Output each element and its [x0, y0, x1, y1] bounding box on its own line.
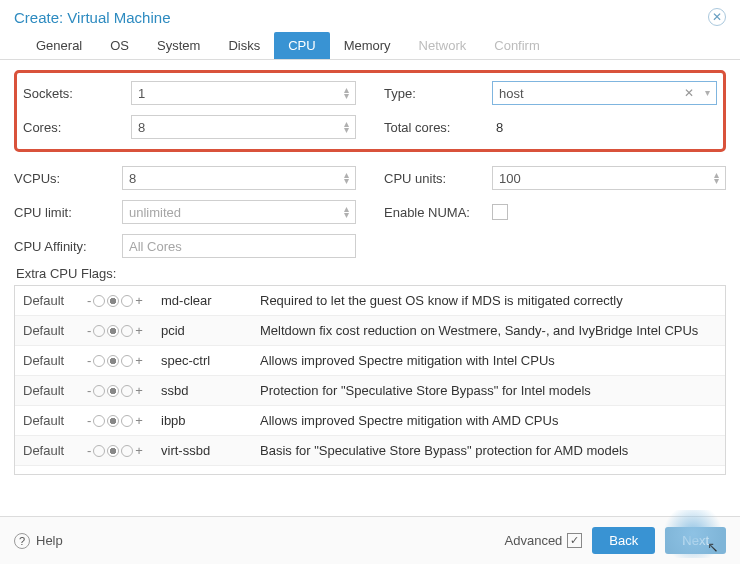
total-cores-value: 8	[492, 120, 503, 135]
tab-disks[interactable]: Disks	[214, 32, 274, 59]
label-enable-numa: Enable NUMA:	[384, 205, 492, 220]
flag-row: Default- +spec-ctrlAllows improved Spect…	[15, 346, 725, 376]
flags-table: Default- +md-clearRequired to let the gu…	[14, 285, 726, 475]
stepper-icon[interactable]: ▴▾	[344, 206, 349, 218]
advanced-checkbox[interactable]: ✓	[567, 533, 582, 548]
flag-row: Default- +virt-ssbdBasis for "Speculativ…	[15, 436, 725, 466]
cores-input[interactable]: 8 ▴▾	[131, 115, 356, 139]
next-button[interactable]: Next ↖	[665, 527, 726, 554]
help-button[interactable]: ? Help	[14, 533, 63, 549]
tab-cpu[interactable]: CPU	[274, 32, 329, 59]
label-cpu-affinity: CPU Affinity:	[14, 239, 122, 254]
stepper-icon[interactable]: ▴▾	[344, 121, 349, 133]
radio-on-icon[interactable]	[121, 385, 133, 397]
flag-row: Default- +pcidMeltdown fix cost reductio…	[15, 316, 725, 346]
flags-scroll[interactable]: Default- +md-clearRequired to let the gu…	[15, 286, 725, 474]
flag-name: spec-ctrl	[161, 353, 256, 368]
flag-state: Default	[23, 293, 83, 308]
tab-system[interactable]: System	[143, 32, 214, 59]
flag-state: Default	[23, 353, 83, 368]
flag-desc: Required to let the guest OS know if MDS…	[260, 293, 717, 308]
flag-toggle[interactable]: - +	[87, 413, 157, 428]
flag-toggle[interactable]: - +	[87, 353, 157, 368]
radio-default-icon[interactable]	[107, 295, 119, 307]
field-cpu-limit: CPU limit: unlimited ▴▾	[14, 200, 356, 224]
numa-checkbox[interactable]	[492, 204, 508, 220]
flag-state: Default	[23, 383, 83, 398]
stepper-icon[interactable]: ▴▾	[344, 87, 349, 99]
radio-off-icon[interactable]	[93, 325, 105, 337]
type-select[interactable]: host ✕ ▾	[492, 81, 717, 105]
dialog-window: Create: Virtual Machine ✕ General OS Sys…	[0, 0, 740, 564]
flag-toggle[interactable]: - +	[87, 293, 157, 308]
cpu-units-input[interactable]: 100 ▴▾	[492, 166, 726, 190]
flag-state: Default	[23, 413, 83, 428]
tab-memory[interactable]: Memory	[330, 32, 405, 59]
flag-name: virt-ssbd	[161, 443, 256, 458]
flag-name: ssbd	[161, 383, 256, 398]
flags-heading: Extra CPU Flags:	[16, 266, 726, 281]
footer: ? Help Advanced ✓ Back Next ↖	[0, 516, 740, 564]
chevron-down-icon[interactable]: ▾	[705, 90, 710, 96]
clear-icon[interactable]: ✕	[684, 86, 694, 100]
radio-off-icon[interactable]	[93, 445, 105, 457]
radio-off-icon[interactable]	[93, 415, 105, 427]
help-icon: ?	[14, 533, 30, 549]
flag-toggle[interactable]: - +	[87, 323, 157, 338]
back-button[interactable]: Back	[592, 527, 655, 554]
flag-desc: Meltdown fix cost reduction on Westmere,…	[260, 323, 717, 338]
stepper-icon[interactable]: ▴▾	[714, 172, 719, 184]
highlight-box: Sockets: 1 ▴▾ Type: host ✕ ▾ Cores:	[14, 70, 726, 152]
label-sockets: Sockets:	[23, 86, 131, 101]
flag-toggle[interactable]: - +	[87, 443, 157, 458]
flag-desc: Allows improved Spectre mitigation with …	[260, 413, 717, 428]
flag-row: Default- +ibpbAllows improved Spectre mi…	[15, 406, 725, 436]
label-cpu-limit: CPU limit:	[14, 205, 122, 220]
cursor-icon: ↖	[707, 539, 719, 555]
radio-off-icon[interactable]	[93, 385, 105, 397]
tab-confirm: Confirm	[480, 32, 554, 59]
tab-general[interactable]: General	[22, 32, 96, 59]
flag-state: Default	[23, 443, 83, 458]
radio-default-icon[interactable]	[107, 445, 119, 457]
tab-os[interactable]: OS	[96, 32, 143, 59]
tab-bar: General OS System Disks CPU Memory Netwo…	[0, 32, 740, 60]
flag-desc: Basis for "Speculative Store Bypass" pro…	[260, 443, 717, 458]
flag-name: ibpb	[161, 413, 256, 428]
radio-on-icon[interactable]	[121, 445, 133, 457]
label-total-cores: Total cores:	[384, 120, 492, 135]
flag-toggle[interactable]: - +	[87, 383, 157, 398]
radio-off-icon[interactable]	[93, 295, 105, 307]
radio-default-icon[interactable]	[107, 385, 119, 397]
field-total-cores: Total cores: 8	[384, 115, 717, 139]
cpu-affinity-input[interactable]: All Cores	[122, 234, 356, 258]
field-type: Type: host ✕ ▾	[384, 81, 717, 105]
field-vcpus: VCPUs: 8 ▴▾	[14, 166, 356, 190]
titlebar: Create: Virtual Machine ✕	[0, 0, 740, 32]
radio-on-icon[interactable]	[121, 415, 133, 427]
radio-default-icon[interactable]	[107, 415, 119, 427]
field-sockets: Sockets: 1 ▴▾	[23, 81, 356, 105]
cpu-limit-input[interactable]: unlimited ▴▾	[122, 200, 356, 224]
flag-desc: Protection for "Speculative Store Bypass…	[260, 383, 717, 398]
flag-name: pcid	[161, 323, 256, 338]
radio-on-icon[interactable]	[121, 355, 133, 367]
field-cpu-affinity: CPU Affinity: All Cores	[14, 234, 356, 258]
radio-default-icon[interactable]	[107, 325, 119, 337]
radio-on-icon[interactable]	[121, 325, 133, 337]
vcpus-input[interactable]: 8 ▴▾	[122, 166, 356, 190]
field-enable-numa: Enable NUMA:	[384, 200, 726, 224]
field-cores: Cores: 8 ▴▾	[23, 115, 356, 139]
field-cpu-units: CPU units: 100 ▴▾	[384, 166, 726, 190]
advanced-toggle[interactable]: Advanced ✓	[505, 533, 583, 548]
radio-off-icon[interactable]	[93, 355, 105, 367]
flag-row: Default- +md-clearRequired to let the gu…	[15, 286, 725, 316]
radio-on-icon[interactable]	[121, 295, 133, 307]
stepper-icon[interactable]: ▴▾	[344, 172, 349, 184]
label-vcpus: VCPUs:	[14, 171, 122, 186]
close-icon[interactable]: ✕	[708, 8, 726, 26]
label-type: Type:	[384, 86, 492, 101]
radio-default-icon[interactable]	[107, 355, 119, 367]
tab-network: Network	[405, 32, 481, 59]
sockets-input[interactable]: 1 ▴▾	[131, 81, 356, 105]
